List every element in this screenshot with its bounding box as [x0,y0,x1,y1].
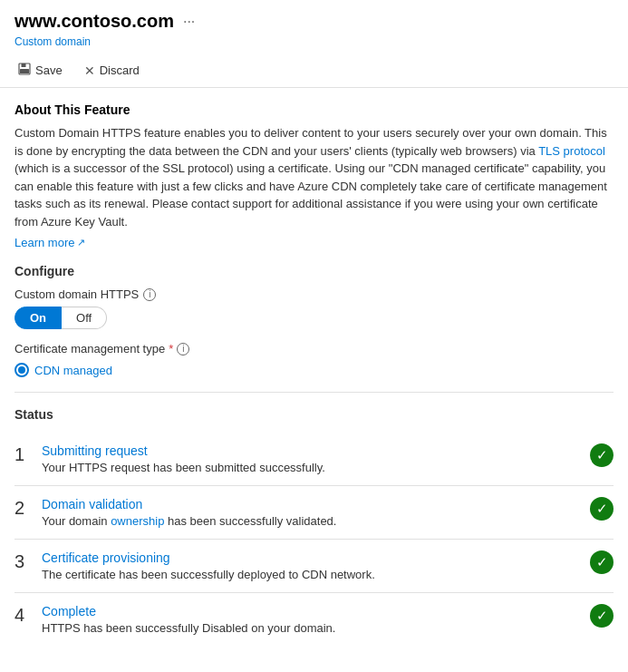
status-item-3: 3 Certificate provisioning The certifica… [14,540,614,593]
status-desc-2-before: Your domain [42,514,111,528]
status-desc-2: Your domain ownership has been successfu… [42,514,575,528]
status-desc-4: HTTPS has been successfully Disabled on … [42,621,575,635]
check-circle-3: ✓ [590,550,614,574]
status-check-3: ✓ [575,550,614,574]
check-circle-2: ✓ [590,497,614,521]
divider [14,392,614,393]
radio-dot [18,366,25,374]
status-num-4: 4 [14,604,42,626]
learn-more-label: Learn more [14,236,74,249]
https-info-icon[interactable]: i [143,288,156,301]
external-link-icon: ↗ [77,237,85,248]
cdn-managed-option[interactable]: CDN managed [14,363,614,377]
check-mark-1: ✓ [596,448,608,462]
tls-protocol-link[interactable]: TLS protocol [538,144,605,158]
check-mark-3: ✓ [596,555,608,569]
toggle-off-button[interactable]: Off [62,307,107,329]
status-item-2: 2 Domain validation Your domain ownershi… [14,486,614,540]
about-section-title: About This Feature [14,102,614,117]
status-body-4: Complete HTTPS has been successfully Dis… [42,604,575,635]
about-desc-part1: Custom Domain HTTPS feature enables you … [14,126,607,158]
status-title-4: Complete [42,604,575,618]
status-section: Status 1 Submitting request Your HTTPS r… [14,407,614,646]
discard-icon: ✕ [84,63,95,78]
status-title-3: Certificate provisioning [42,550,575,565]
status-check-2: ✓ [575,497,614,521]
cdn-managed-label: CDN managed [34,364,112,377]
status-body-1: Submitting request Your HTTPS request ha… [42,443,575,474]
breadcrumb[interactable]: Custom domain [0,35,628,55]
more-icon[interactable]: ··· [183,14,195,30]
https-field-label: Custom domain HTTPS i [14,287,614,301]
check-circle-1: ✓ [590,443,614,467]
cert-management-label: Certificate management type * i [14,342,614,355]
learn-more-link[interactable]: Learn more ↗ [14,236,85,249]
status-item-4: 4 Complete HTTPS has been successfully D… [14,593,614,646]
status-num-1: 1 [14,443,42,465]
status-check-1: ✓ [575,443,614,467]
page-title: www.contoso.com [14,11,174,32]
check-mark-4: ✓ [596,609,608,622]
status-desc-1: Your HTTPS request has been submitted su… [42,461,575,474]
discard-button[interactable]: ✕ Discard [81,62,143,80]
about-description: Custom Domain HTTPS feature enables you … [14,124,614,230]
status-num-3: 3 [14,550,42,572]
discard-label: Discard [100,63,140,77]
status-title-1: Submitting request [42,443,575,458]
status-num-2: 2 [14,497,42,519]
status-check-4: ✓ [575,604,614,628]
https-toggle[interactable]: On Off [14,307,614,329]
status-body-3: Certificate provisioning The certificate… [42,550,575,581]
svg-rect-2 [20,69,29,73]
required-indicator: * [169,342,173,355]
cert-info-icon[interactable]: i [177,343,189,355]
radio-button[interactable] [14,363,29,377]
toggle-on-button[interactable]: On [14,307,62,329]
status-desc-3: The certificate has been successfully de… [42,568,575,581]
toolbar: Save ✕ Discard [0,55,628,88]
status-section-title: Status [14,407,614,422]
status-title-2: Domain validation [42,497,575,511]
about-desc-part2: (which is a successor of the SSL protoco… [14,161,607,229]
check-mark-2: ✓ [596,502,608,515]
status-desc-2-after: has been successfully validated. [164,514,336,528]
save-label: Save [35,63,63,77]
svg-rect-1 [22,63,26,67]
save-icon [18,63,31,78]
check-circle-4: ✓ [590,604,614,628]
status-body-2: Domain validation Your domain ownership … [42,497,575,528]
ownership-link[interactable]: ownership [111,514,164,528]
configure-section-title: Configure [14,264,614,278]
save-button[interactable]: Save [14,61,66,80]
status-item-1: 1 Submitting request Your HTTPS request … [14,433,614,486]
